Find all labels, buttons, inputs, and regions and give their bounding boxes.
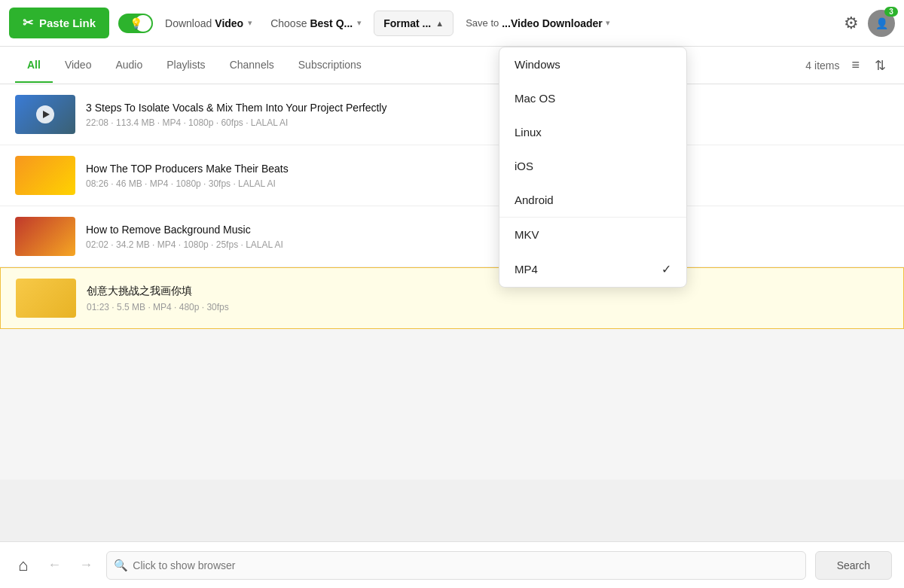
- play-button-overlay: [36, 105, 54, 123]
- video-info: 3 Steps To Isolate Vocals & Mix Them Int…: [86, 102, 889, 128]
- tab-playlists[interactable]: Playlists: [154, 48, 217, 83]
- format-option-label: Linux: [515, 126, 542, 139]
- format-chevron-icon: ▲: [435, 19, 444, 28]
- video-item[interactable]: 创意大挑战之我画你填01:23 · 5.5 MB · MP4 · 480p · …: [0, 267, 904, 329]
- paste-link-button[interactable]: ✂ Paste Link: [9, 8, 109, 38]
- search-label: Search: [837, 559, 870, 571]
- video-meta: 01:23 · 5.5 MB · MP4 · 480p · 30fps: [87, 302, 888, 312]
- format-option-label: MKV: [515, 228, 539, 241]
- video-thumbnail: [15, 156, 75, 195]
- bottom-bar: ⌂ ← → 🔍 Search: [0, 541, 904, 588]
- bulb-icon: 💡: [130, 17, 142, 29]
- video-title: How to Remove Background Music: [86, 224, 889, 236]
- download-chevron-icon: ▾: [248, 18, 252, 28]
- back-icon: ←: [47, 557, 61, 572]
- choose-value: Best Q...: [310, 17, 353, 29]
- play-icon: [43, 111, 50, 118]
- video-item[interactable]: 3 Steps To Isolate Vocals & Mix Them Int…: [0, 84, 904, 145]
- video-item[interactable]: How to Remove Background Music02:02 · 34…: [0, 206, 904, 267]
- video-thumbnail: [16, 279, 76, 318]
- format-label: Format ...: [383, 17, 431, 29]
- video-item[interactable]: How The TOP Producers Make Their Beats08…: [0, 145, 904, 206]
- clipboard-icon: ✂: [23, 15, 33, 31]
- sort-button[interactable]: ⇅: [872, 54, 889, 77]
- video-info: How to Remove Background Music02:02 · 34…: [86, 224, 889, 250]
- format-option-mkv[interactable]: MKV: [499, 217, 686, 251]
- toggle-switch[interactable]: 💡: [118, 14, 153, 33]
- sort-icon: ⇅: [875, 58, 886, 73]
- check-icon: ✓: [661, 262, 671, 276]
- settings-button[interactable]: ⚙: [841, 11, 862, 36]
- items-count: 4 items: [805, 59, 839, 72]
- download-label: Download: [165, 17, 212, 29]
- tab-channels[interactable]: Channels: [218, 48, 286, 83]
- back-button[interactable]: ←: [43, 554, 66, 576]
- home-icon: ⌂: [18, 556, 28, 574]
- forward-button[interactable]: →: [75, 554, 97, 576]
- video-thumbnail: [15, 95, 75, 134]
- format-option-label: iOS: [515, 160, 533, 172]
- video-info: 创意大挑战之我画你填01:23 · 5.5 MB · MP4 · 480p · …: [87, 285, 888, 312]
- save-value: ...Video Downloader: [502, 17, 603, 29]
- paste-link-label: Paste Link: [39, 17, 96, 29]
- tab-all[interactable]: All: [15, 48, 53, 83]
- format-option-windows[interactable]: Windows: [499, 47, 686, 81]
- format-option-android[interactable]: Android: [499, 183, 686, 217]
- home-button[interactable]: ⌂: [12, 553, 34, 578]
- forward-icon: →: [79, 557, 93, 572]
- search-button[interactable]: Search: [815, 551, 892, 580]
- top-bar: ✂ Paste Link 💡 Download Video ▾ Choose B…: [0, 0, 904, 47]
- format-option-mp4[interactable]: MP4✓: [499, 251, 686, 287]
- video-title: How The TOP Producers Make Their Beats: [86, 163, 889, 175]
- video-title: 创意大挑战之我画你填: [87, 285, 888, 298]
- quality-chevron-icon: ▾: [357, 18, 362, 28]
- format-option-label: Android: [515, 193, 554, 206]
- download-value: Video: [215, 17, 243, 29]
- filter-icon: ≡: [851, 57, 860, 72]
- filter-button[interactable]: ≡: [848, 54, 863, 76]
- tab-video[interactable]: Video: [53, 48, 104, 83]
- tabs-right: 4 items ≡ ⇅: [805, 54, 889, 77]
- format-option-label: Mac OS: [515, 92, 555, 105]
- format-option-label: Windows: [515, 58, 560, 71]
- avatar-button[interactable]: 👤 3: [868, 10, 895, 37]
- video-info: How The TOP Producers Make Their Beats08…: [86, 163, 889, 189]
- save-label: Save to: [466, 17, 499, 29]
- format-option-mac-os[interactable]: Mac OS: [499, 81, 686, 115]
- browser-input-wrap: 🔍: [106, 551, 805, 580]
- video-meta: 08:26 · 46 MB · MP4 · 1080p · 30fps · LA…: [86, 178, 889, 189]
- format-dropdown: WindowsMac OSLinuxiOSAndroidMKVMP4✓: [499, 47, 687, 288]
- video-list: 3 Steps To Isolate Vocals & Mix Them Int…: [0, 84, 904, 329]
- tab-subscriptions[interactable]: Subscriptions: [286, 48, 374, 83]
- video-title: 3 Steps To Isolate Vocals & Mix Them Int…: [86, 102, 889, 114]
- empty-area: [0, 329, 904, 480]
- browser-input[interactable]: [106, 551, 805, 580]
- format-option-ios[interactable]: iOS: [499, 149, 686, 183]
- format-option-linux[interactable]: Linux: [499, 115, 686, 149]
- download-type-button[interactable]: Download Video ▾: [159, 13, 258, 34]
- tab-audio[interactable]: Audio: [103, 48, 154, 83]
- tabs-bar: AllVideoAudioPlaylistsChannelsSubscripti…: [0, 47, 904, 84]
- video-meta: 02:02 · 34.2 MB · MP4 · 1080p · 25fps · …: [86, 239, 889, 250]
- format-option-label: MP4: [515, 263, 538, 276]
- save-chevron-icon: ▾: [606, 18, 610, 28]
- save-to-button[interactable]: Save to ...Video Downloader ▾: [460, 13, 616, 34]
- gear-icon: ⚙: [844, 14, 859, 32]
- avatar-icon: 👤: [875, 17, 888, 29]
- format-button[interactable]: Format ... ▲: [374, 11, 454, 36]
- notification-badge: 3: [884, 7, 898, 17]
- choose-label: Choose: [270, 17, 307, 29]
- video-thumbnail: [15, 217, 75, 256]
- video-meta: 22:08 · 113.4 MB · MP4 · 1080p · 60fps ·…: [86, 117, 889, 128]
- quality-button[interactable]: Choose Best Q... ▾: [264, 13, 368, 34]
